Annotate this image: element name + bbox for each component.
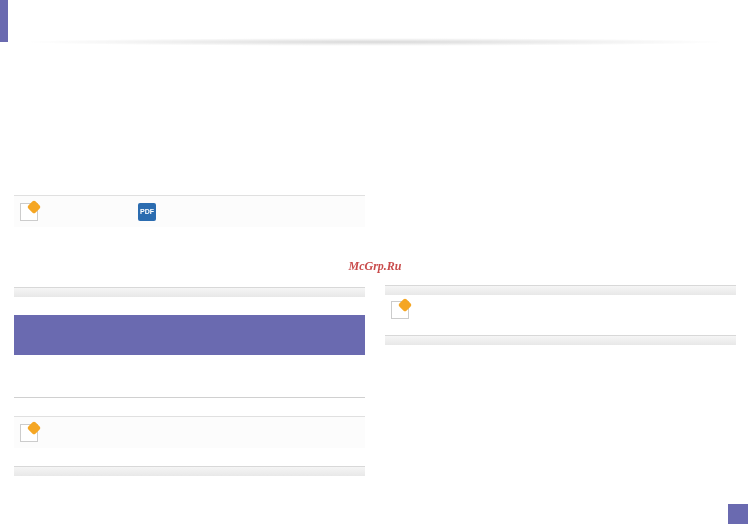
- accent-bar-left: [0, 0, 8, 42]
- gradient-bar-1: [14, 287, 365, 297]
- note-icon: [391, 301, 409, 319]
- pdf-refresh-icon: PDF: [138, 203, 156, 221]
- spacer: [385, 195, 736, 285]
- content-columns: PDF: [14, 195, 736, 476]
- right-note-row: [385, 295, 736, 325]
- brand-watermark: McGrp.Ru: [348, 259, 401, 274]
- top-shadow-divider: [20, 38, 730, 46]
- note-icon: [20, 424, 38, 442]
- gradient-bar-right-2: [385, 335, 736, 345]
- gradient-bar-2: [14, 466, 365, 476]
- note-icon: [20, 203, 38, 221]
- right-column: [385, 195, 736, 476]
- gradient-bar-right-1: [385, 285, 736, 295]
- thin-divider: [14, 397, 365, 398]
- left-column: PDF: [14, 195, 365, 476]
- left-header-row: PDF: [14, 195, 365, 227]
- left-note-row: [14, 416, 365, 448]
- purple-highlight-block: [14, 315, 365, 355]
- accent-bottom-right: [728, 504, 748, 524]
